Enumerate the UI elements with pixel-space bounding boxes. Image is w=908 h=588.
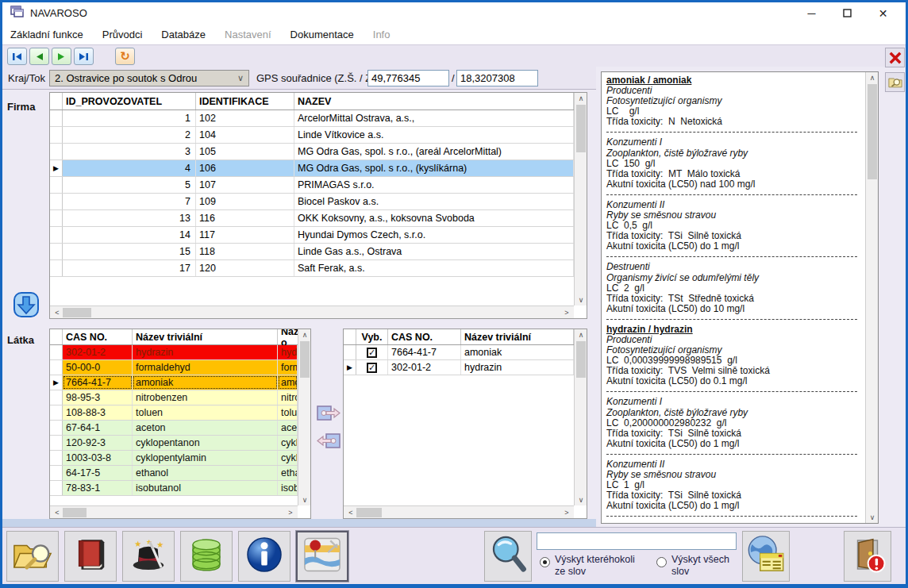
close-panel-button[interactable] bbox=[885, 48, 905, 67]
gps-lon-input[interactable] bbox=[456, 70, 538, 86]
firma-row[interactable]: 5107PRIMAGAS s.r.o. bbox=[50, 177, 574, 194]
remove-substance-button[interactable] bbox=[315, 430, 342, 452]
sel-col-cas[interactable]: CAS NO. bbox=[388, 329, 461, 344]
firma-table: ID_PROVOZOVATEL IDENTIFIKACE NAZEV 1102A… bbox=[49, 92, 587, 319]
close-window-button[interactable]: ✕ bbox=[865, 2, 901, 24]
first-record-button[interactable] bbox=[7, 48, 27, 65]
next-record-button[interactable] bbox=[52, 48, 71, 65]
checkbox-icon[interactable]: ✓ bbox=[367, 363, 377, 373]
prior-record-button[interactable] bbox=[29, 48, 49, 65]
latka-col-trivial[interactable]: Název triviální bbox=[133, 329, 278, 344]
folder-search-icon bbox=[12, 537, 53, 575]
wizard-button[interactable]: ★★★ bbox=[122, 531, 175, 582]
detail-line: LC 0,200000002980232 g/l bbox=[606, 418, 864, 429]
move-down-button[interactable] bbox=[13, 292, 39, 317]
firma-row[interactable]: 13116OKK Koksovny, a.s., koksovna Svobod… bbox=[50, 210, 574, 227]
latka-row[interactable]: ▶7664-41-7amoniakamoniak bbox=[50, 375, 298, 390]
firma-row[interactable]: 1102ArcelorMittal Ostrava, a.s., bbox=[50, 110, 574, 127]
firma-row[interactable]: 17120Saft Ferak, a.s. bbox=[50, 260, 574, 277]
menu-item-dokumentace[interactable]: Dokumentace bbox=[290, 29, 354, 40]
workspace: Firma ID_PROVOZOVATEL IDENTIFIKACE NAZEV… bbox=[2, 90, 906, 527]
filter-row: Kraj/Tok 2. Ostravice po soutok s Odrou … bbox=[2, 67, 596, 90]
latka-col-cas[interactable]: CAS NO. bbox=[63, 329, 133, 344]
detail-line: Akutní toxicita (LC50) do 1 mg/l bbox=[606, 501, 864, 511]
radio-all-dot[interactable] bbox=[656, 557, 667, 567]
latka-row[interactable]: 78-83-1isobutanolisobutanol bbox=[50, 481, 298, 496]
firma-row[interactable]: 7109Biocel Paskov a.s. bbox=[50, 194, 574, 210]
firma-col-id[interactable]: ID_PROVOZOVATEL bbox=[63, 93, 196, 110]
info-icon bbox=[245, 536, 283, 577]
refresh-button[interactable]: ↻ bbox=[115, 48, 135, 65]
menu-item-pruvodci[interactable]: Průvodci bbox=[102, 29, 143, 40]
database-icon bbox=[188, 536, 225, 577]
latka-row[interactable]: 98-95-3nitrobenzennitrobenzen bbox=[50, 390, 298, 405]
gps-label: GPS souřadnice (Z.Š. / Z.D) bbox=[256, 72, 386, 84]
sel-col-trivial[interactable]: Název triviální bbox=[461, 329, 574, 344]
info-button[interactable] bbox=[238, 531, 290, 582]
browse-button[interactable] bbox=[6, 531, 59, 582]
firma-hscroll[interactable]: < > bbox=[50, 306, 574, 318]
firma-vscroll[interactable]: ∧ ∨ bbox=[574, 93, 587, 306]
latka-row[interactable]: 108-88-3toluentoluen bbox=[50, 405, 298, 421]
selected-substance-row[interactable]: ▶✓302-01-2hydrazin bbox=[344, 360, 574, 375]
gps-lat-input[interactable] bbox=[367, 70, 449, 86]
radio-any-word[interactable]: Výskyt kteréhokoli ze slov bbox=[540, 554, 635, 578]
firma-col-nazev[interactable]: NAZEV bbox=[294, 93, 574, 110]
latka-table: CAS NO. Název triviální Název o 302-01-2… bbox=[49, 329, 311, 519]
last-record-button[interactable] bbox=[74, 48, 94, 65]
add-substance-button[interactable] bbox=[315, 402, 342, 425]
app-icon bbox=[10, 6, 24, 21]
detail-separator bbox=[606, 319, 857, 320]
database-button[interactable] bbox=[180, 531, 233, 582]
detail-line: Zooplankton, čistě býložravé ryby bbox=[606, 408, 864, 418]
detail-line: Fotosyntetizující organismy bbox=[606, 96, 864, 106]
firma-row[interactable]: 14117Hyundai Dymos Czech, s.r.o. bbox=[50, 227, 574, 244]
menu-item-databaze[interactable]: Databáze bbox=[161, 29, 206, 40]
latka-hscroll[interactable]: < > bbox=[50, 505, 298, 518]
record-nav-toolbar: ↻ bbox=[2, 44, 906, 67]
selected-substances-table: Vyb. CAS NO. Název triviální ✓7664-41-7a… bbox=[343, 329, 587, 519]
latka-vscroll[interactable]: ∧ ∨ bbox=[298, 329, 310, 505]
magic-hat-icon: ★★★ bbox=[129, 536, 168, 576]
detail-separator bbox=[606, 194, 857, 195]
radio-any-dot[interactable] bbox=[540, 557, 550, 567]
kraj-tok-select[interactable]: 2. Ostravice po soutok s Odrou ∨ bbox=[49, 70, 249, 86]
firma-row[interactable]: 2104Linde Vítkovice a.s. bbox=[50, 127, 574, 144]
web-report-button[interactable] bbox=[742, 531, 790, 582]
maximize-button[interactable] bbox=[829, 2, 865, 24]
sel-hscroll[interactable]: < > bbox=[344, 505, 574, 518]
checkbox-icon[interactable]: ✓ bbox=[367, 348, 377, 358]
latka-row[interactable]: 67-64-1acetonaceton bbox=[50, 421, 298, 436]
latka-row[interactable]: 64-17-5ethanolethanol bbox=[50, 466, 298, 481]
exit-button[interactable] bbox=[844, 531, 891, 582]
firma-row[interactable]: ▶4106MG Odra Gas, spol. s r.o., (kyslíká… bbox=[50, 160, 574, 177]
details-vscroll[interactable]: ∧ ∨ bbox=[865, 72, 878, 523]
sel-col-vyb[interactable]: Vyb. bbox=[356, 329, 388, 344]
folder-search-small-button[interactable] bbox=[885, 72, 905, 92]
latka-row[interactable]: 1003-03-8cyklopentylamincyklopentylamin bbox=[50, 451, 298, 466]
detail-separator bbox=[606, 454, 857, 455]
firma-row[interactable]: 15118Linde Gas a.s., Ostrava bbox=[50, 244, 574, 260]
panel-divider bbox=[2, 519, 596, 527]
detail-line: Akutní toxicita (LC50) do 0.1 mg/l bbox=[606, 376, 864, 386]
firma-row[interactable]: 3105MG Odra Gas, spol. s r.o., (areál Ar… bbox=[50, 144, 574, 160]
latka-row[interactable]: 50-00-0formaldehydformaldehyd bbox=[50, 360, 298, 375]
detail-line: Konzumenti I bbox=[606, 397, 864, 407]
detail-line: Akutní toxicita (LC50) do 1 mg/l bbox=[606, 439, 864, 449]
sel-vscroll[interactable]: ∧ ∨ bbox=[574, 329, 587, 505]
menu-item-info[interactable]: Info bbox=[373, 29, 391, 40]
menu-item-zakladni-funkce[interactable]: Základní funkce bbox=[10, 29, 83, 40]
search-button[interactable] bbox=[484, 531, 532, 582]
menu-item-nastaveni[interactable]: Nastavení bbox=[225, 29, 271, 40]
latka-row[interactable]: 120-92-3cyklopentanoncyklopentanon bbox=[50, 436, 298, 451]
map-button[interactable] bbox=[296, 531, 348, 582]
minimize-button[interactable]: ─ bbox=[794, 2, 829, 24]
window-title: NAVAROSO bbox=[30, 7, 87, 19]
selected-substance-row[interactable]: ✓7664-41-7amoniak bbox=[344, 345, 574, 360]
search-input[interactable] bbox=[537, 532, 737, 550]
detail-line: Třída toxicity: N Netoxická bbox=[606, 117, 864, 127]
book-button[interactable] bbox=[64, 531, 117, 582]
radio-all-words[interactable]: Výskyt všech slov bbox=[656, 554, 729, 578]
firma-col-ident[interactable]: IDENTIFIKACE bbox=[196, 93, 294, 110]
latka-row[interactable]: 302-01-2hydrazinhydrazin bbox=[50, 345, 298, 360]
